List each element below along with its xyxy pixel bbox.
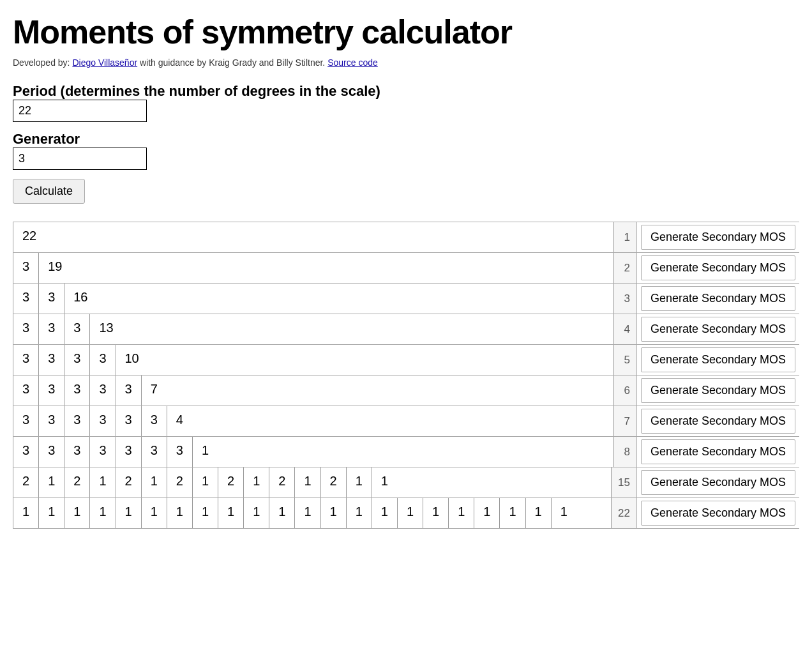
table-cell: 1 bbox=[39, 467, 64, 497]
generate-secondary-mos-button[interactable]: Generate Secondary MOS bbox=[641, 225, 795, 250]
table-cell: 3 bbox=[116, 437, 142, 467]
table-cell: 1 bbox=[193, 437, 614, 467]
table-cell: 3 bbox=[13, 314, 39, 344]
row-number: 3 bbox=[614, 284, 637, 314]
table-cell: 3 bbox=[64, 406, 90, 436]
table-cell: 3 bbox=[116, 376, 142, 406]
row-number: 5 bbox=[614, 345, 637, 375]
table-cell: 1 bbox=[142, 467, 167, 497]
table-cell: 1 bbox=[167, 498, 193, 528]
generate-secondary-mos-button[interactable]: Generate Secondary MOS bbox=[641, 255, 795, 280]
table-cell: 3 bbox=[13, 253, 39, 283]
generate-secondary-mos-button[interactable]: Generate Secondary MOS bbox=[641, 470, 795, 495]
result-row: 3333376Generate Secondary MOS bbox=[13, 376, 799, 406]
table-cell: 1 bbox=[372, 498, 398, 528]
table-cell: 19 bbox=[39, 253, 614, 283]
generate-secondary-mos-button[interactable]: Generate Secondary MOS bbox=[641, 409, 795, 434]
row-number: 8 bbox=[614, 437, 637, 467]
row-number: 22 bbox=[612, 498, 637, 528]
subtitle: Developed by: Diego Villaseñor with guid… bbox=[13, 57, 799, 68]
generator-label: Generator bbox=[13, 131, 80, 147]
generator-input[interactable] bbox=[13, 148, 147, 170]
table-cell: 1 bbox=[398, 498, 423, 528]
table-cell: 2 bbox=[218, 467, 244, 497]
table-cell: 2 bbox=[321, 467, 347, 497]
table-cell: 2 bbox=[167, 467, 193, 497]
table-cell: 3 bbox=[39, 345, 64, 375]
table-cell: 2 bbox=[116, 467, 142, 497]
result-row: 333333318Generate Secondary MOS bbox=[13, 437, 799, 467]
result-row: 33163Generate Secondary MOS bbox=[13, 284, 799, 314]
result-row: 21212121212121115Generate Secondary MOS bbox=[13, 467, 799, 498]
table-cell: 1 bbox=[321, 498, 347, 528]
table-cell: 2 bbox=[269, 467, 295, 497]
table-cell: 3 bbox=[13, 284, 39, 314]
table-cell: 3 bbox=[39, 437, 64, 467]
row-number: 7 bbox=[614, 406, 637, 436]
period-field-group: Period (determines the number of degrees… bbox=[13, 83, 799, 122]
table-cell: 1 bbox=[193, 498, 218, 528]
results-area: 221Generate Secondary MOS3192Generate Se… bbox=[13, 222, 799, 529]
table-cell: 1 bbox=[423, 498, 449, 528]
table-cell: 3 bbox=[90, 376, 116, 406]
table-cell: 3 bbox=[116, 406, 142, 436]
generate-secondary-mos-button[interactable]: Generate Secondary MOS bbox=[641, 378, 795, 403]
table-cell: 3 bbox=[39, 284, 64, 314]
row-number: 1 bbox=[614, 222, 637, 252]
table-cell: 3 bbox=[90, 406, 116, 436]
period-input[interactable] bbox=[13, 100, 147, 122]
table-cell: 3 bbox=[64, 314, 90, 344]
table-cell: 3 bbox=[13, 376, 39, 406]
source-link[interactable]: Source code bbox=[327, 57, 378, 68]
generate-secondary-mos-button[interactable]: Generate Secondary MOS bbox=[641, 317, 795, 342]
table-cell: 1 bbox=[347, 467, 372, 497]
table-cell: 7 bbox=[142, 376, 614, 406]
table-cell: 1 bbox=[295, 467, 320, 497]
table-cell: 1 bbox=[244, 467, 269, 497]
table-cell: 1 bbox=[64, 498, 90, 528]
result-row: 3192Generate Secondary MOS bbox=[13, 253, 799, 284]
result-row: 333134Generate Secondary MOS bbox=[13, 314, 799, 345]
table-cell: 1 bbox=[90, 498, 116, 528]
table-cell: 1 bbox=[116, 498, 142, 528]
row-number: 15 bbox=[612, 467, 637, 497]
table-cell: 3 bbox=[142, 406, 167, 436]
table-cell: 1 bbox=[347, 498, 372, 528]
table-cell: 1 bbox=[39, 498, 64, 528]
table-cell: 3 bbox=[64, 376, 90, 406]
table-cell: 3 bbox=[39, 314, 64, 344]
table-cell: 22 bbox=[13, 222, 614, 252]
table-cell: 3 bbox=[13, 406, 39, 436]
table-cell: 1 bbox=[13, 498, 39, 528]
table-cell: 1 bbox=[500, 498, 525, 528]
table-cell: 1 bbox=[474, 498, 500, 528]
calculate-button[interactable]: Calculate bbox=[13, 179, 85, 204]
table-cell: 1 bbox=[193, 467, 218, 497]
table-cell: 3 bbox=[64, 437, 90, 467]
generate-secondary-mos-button[interactable]: Generate Secondary MOS bbox=[641, 439, 795, 464]
table-cell: 13 bbox=[90, 314, 614, 344]
result-row: 3333105Generate Secondary MOS bbox=[13, 345, 799, 376]
table-cell: 1 bbox=[244, 498, 269, 528]
table-cell: 2 bbox=[64, 467, 90, 497]
author-link[interactable]: Diego Villaseñor bbox=[72, 57, 137, 68]
row-number: 2 bbox=[614, 253, 637, 283]
page-title: Moments of symmetry calculator bbox=[13, 13, 799, 51]
table-cell: 3 bbox=[39, 406, 64, 436]
table-cell: 3 bbox=[13, 437, 39, 467]
generate-secondary-mos-button[interactable]: Generate Secondary MOS bbox=[641, 286, 795, 311]
generate-secondary-mos-button[interactable]: Generate Secondary MOS bbox=[641, 501, 795, 526]
table-cell: 4 bbox=[167, 406, 614, 436]
table-cell: 3 bbox=[39, 376, 64, 406]
result-row: 33333347Generate Secondary MOS bbox=[13, 406, 799, 437]
table-cell: 3 bbox=[13, 345, 39, 375]
table-cell: 1 bbox=[142, 498, 167, 528]
table-cell: 2 bbox=[13, 467, 39, 497]
table-cell: 3 bbox=[90, 345, 116, 375]
table-cell: 3 bbox=[142, 437, 167, 467]
table-cell: 1 bbox=[90, 467, 116, 497]
table-cell: 3 bbox=[90, 437, 116, 467]
generate-secondary-mos-button[interactable]: Generate Secondary MOS bbox=[641, 347, 795, 372]
table-cell: 3 bbox=[167, 437, 193, 467]
table-cell: 1 bbox=[552, 498, 612, 528]
